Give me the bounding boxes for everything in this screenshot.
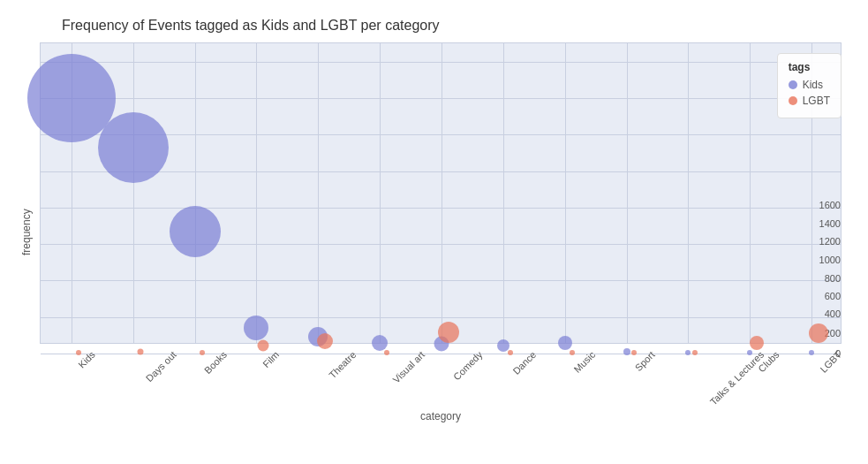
bubble-kids: [244, 316, 268, 340]
x-axis-label: Kids: [76, 349, 97, 370]
legend-item-kids: Kids: [789, 79, 830, 91]
bubble-kids: [98, 112, 169, 183]
x-axis-label: Sport: [632, 349, 656, 373]
legend-dot-kids: [789, 80, 797, 89]
grid-line-v: [195, 43, 196, 343]
grid-line-h: [41, 208, 841, 209]
x-axis-label: Comedy: [451, 349, 484, 382]
grid-line-v: [750, 43, 751, 343]
grid-line-v: [688, 43, 689, 343]
bubble-kids: [170, 206, 221, 257]
x-axis-label: LGBT: [818, 349, 843, 375]
chart-container: Frequency of Events tagged as Kids and L…: [0, 0, 868, 464]
grid-line-h: [41, 317, 841, 318]
x-axis-labels: KidsDays outBooksFilmTheatreVisual artCo…: [40, 344, 842, 406]
grid-line-v: [133, 43, 134, 343]
legend-item-lgbt: LGBT: [789, 95, 830, 107]
grid-line-h: [41, 171, 841, 172]
grid-line-h: [41, 98, 841, 99]
grid-line-v: [380, 43, 381, 343]
x-axis-label: Film: [261, 349, 282, 369]
bubble-lgbt: [809, 323, 828, 343]
legend-label-lgbt: LGBT: [803, 95, 830, 107]
chart-area: frequency 02004006008001000120014001600 …: [18, 42, 842, 422]
x-axis-label: Music: [571, 349, 597, 375]
x-axis-label: Days out: [143, 349, 177, 384]
grid-line-v: [565, 43, 566, 343]
grid-line-v: [256, 43, 257, 343]
x-axis-label: Visual art: [391, 349, 427, 385]
legend-title: tags: [789, 61, 830, 73]
legend: tags Kids LGBT: [777, 53, 842, 118]
grid-line-h: [41, 244, 841, 245]
chart-inner: 02004006008001000120014001600 KidsDays o…: [40, 42, 842, 422]
x-axis-label: Theatre: [327, 349, 358, 380]
legend-dot-lgbt: [789, 96, 797, 105]
grid-line-v: [318, 43, 319, 343]
grid-line-h: [41, 62, 841, 63]
x-axis-label: Dance: [510, 349, 538, 377]
grid-line-v: [627, 43, 628, 343]
grid-line-h: [41, 280, 841, 281]
x-axis-label: Books: [202, 349, 229, 376]
grid-line-v: [503, 43, 504, 343]
x-axis-title: category: [40, 410, 842, 422]
grid-line-v: [442, 43, 442, 343]
x-axis-label: Talks & Lectures: [708, 349, 766, 407]
plot-area: 02004006008001000120014001600: [40, 42, 842, 344]
chart-title: Frequency of Events tagged as Kids and L…: [62, 18, 842, 34]
legend-label-kids: Kids: [803, 79, 823, 91]
bubble-lgbt: [438, 322, 459, 343]
